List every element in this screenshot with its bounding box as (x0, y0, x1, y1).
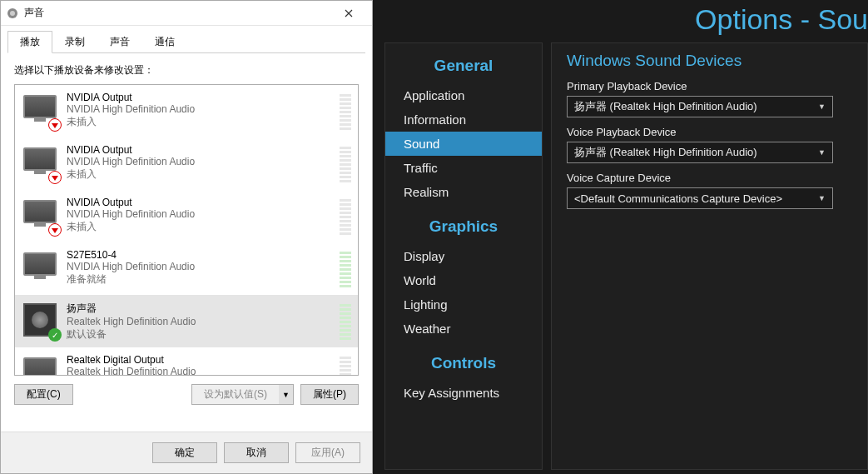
section-header: Graphics (385, 204, 542, 244)
status-badge-icon (48, 223, 62, 237)
device-name: NVIDIA Output (67, 92, 335, 103)
options-main-panel: Windows Sound Devices Primary Playback D… (551, 42, 868, 470)
field-label: Primary Playback Device (567, 80, 852, 92)
monitor-icon (22, 144, 60, 182)
level-meter (340, 146, 351, 182)
nav-item-information[interactable]: Information (385, 107, 542, 132)
monitor-icon (22, 197, 60, 235)
level-meter (340, 356, 351, 376)
titlebar: 声音 (1, 1, 372, 26)
chevron-down-icon[interactable]: ▼ (279, 384, 294, 405)
device-select[interactable]: <Default Communications Capture Device>▼ (567, 187, 833, 209)
device-name: NVIDIA Output (67, 144, 335, 156)
set-default-button[interactable]: 设为默认值(S) ▼ (191, 384, 294, 405)
device-desc: NVIDIA High Definition Audio (67, 103, 335, 115)
apply-button[interactable]: 应用(A) (295, 442, 360, 463)
panel-header: Windows Sound Devices (567, 52, 852, 80)
set-default-label[interactable]: 设为默认值(S) (191, 384, 279, 405)
field-label: Voice Playback Device (567, 126, 852, 138)
level-meter (340, 93, 351, 130)
device-status: 准备就绪 (67, 272, 335, 287)
device-item[interactable]: NVIDIA OutputNVIDIA High Definition Audi… (15, 85, 358, 137)
device-name: 扬声器 (67, 302, 335, 316)
nav-item-display[interactable]: Display (385, 244, 542, 268)
ok-button[interactable]: 确定 (152, 442, 217, 463)
device-desc: Realtek High Definition Audio (67, 316, 335, 327)
tab-通信[interactable]: 通信 (142, 31, 187, 53)
device-item[interactable]: 扬声器Realtek High Definition Audio默认设备 (15, 295, 358, 347)
device-list[interactable]: NVIDIA OutputNVIDIA High Definition Audi… (14, 84, 359, 376)
device-name: Realtek Digital Output (67, 354, 335, 366)
select-value: <Default Communications Capture Device> (574, 192, 782, 205)
tab-录制[interactable]: 录制 (52, 31, 97, 53)
window-title: 声音 (24, 6, 330, 20)
device-item[interactable]: NVIDIA OutputNVIDIA High Definition Audi… (15, 190, 358, 242)
nav-item-sound[interactable]: Sound (385, 132, 542, 156)
cancel-button[interactable]: 取消 (224, 442, 289, 463)
tab-声音[interactable]: 声音 (97, 31, 142, 53)
select-value: 扬声器 (Realtek High Definition Audio) (574, 99, 757, 114)
chevron-down-icon: ▼ (818, 194, 826, 202)
nav-item-key-assignments[interactable]: Key Assignments (385, 381, 542, 405)
device-name: S27E510-4 (67, 249, 335, 261)
chevron-down-icon: ▼ (818, 102, 826, 111)
svg-point-1 (10, 11, 15, 16)
tab-bar: 播放录制声音通信 (1, 26, 372, 53)
status-badge-icon (48, 328, 62, 342)
level-meter (340, 251, 351, 287)
section-header: General (385, 43, 542, 83)
nav-item-weather[interactable]: Weather (385, 317, 542, 341)
select-value: 扬声器 (Realtek High Definition Audio) (574, 145, 757, 160)
device-name: NVIDIA Output (67, 197, 335, 208)
nav-item-traffic[interactable]: Traffic (385, 156, 542, 180)
device-desc: Realtek High Definition Audio (67, 366, 335, 376)
sound-icon (6, 7, 19, 20)
level-meter (340, 198, 351, 235)
chevron-down-icon: ▼ (818, 148, 826, 157)
device-status: 默认设备 (67, 327, 335, 342)
device-status: 未插入 (67, 167, 335, 182)
device-status: 未插入 (67, 115, 335, 129)
status-badge-icon (48, 171, 62, 184)
device-item[interactable]: NVIDIA OutputNVIDIA High Definition Audi… (15, 137, 358, 190)
device-desc: NVIDIA High Definition Audio (67, 156, 335, 167)
nav-item-realism[interactable]: Realism (385, 180, 542, 204)
field-label: Voice Capture Device (567, 172, 852, 184)
device-select[interactable]: 扬声器 (Realtek High Definition Audio)▼ (567, 142, 833, 163)
device-desc: NVIDIA High Definition Audio (67, 208, 335, 220)
nav-item-world[interactable]: World (385, 268, 542, 292)
close-button[interactable] (330, 2, 367, 25)
device-desc: NVIDIA High Definition Audio (67, 261, 335, 272)
button-row: 配置(C) 设为默认值(S) ▼ 属性(P) (14, 376, 359, 405)
level-meter (340, 303, 351, 340)
section-header: Controls (385, 341, 542, 381)
status-badge-icon (48, 118, 62, 132)
instruction-text: 选择以下播放设备来修改设置： (14, 63, 359, 77)
device-select[interactable]: 扬声器 (Realtek High Definition Audio)▼ (567, 96, 833, 117)
options-window: Options - Sou GeneralApplicationInformat… (373, 0, 868, 474)
monitor-icon (22, 249, 60, 287)
nav-item-lighting[interactable]: Lighting (385, 292, 542, 317)
monitor-icon (22, 92, 60, 130)
nav-item-application[interactable]: Application (385, 83, 542, 107)
properties-button[interactable]: 属性(P) (300, 384, 359, 405)
speaker-icon (22, 302, 60, 340)
options-title: Options - Sou (373, 0, 868, 42)
options-sidebar: GeneralApplicationInformationSoundTraffi… (384, 42, 543, 470)
configure-button[interactable]: 配置(C) (14, 384, 73, 405)
device-status: 未插入 (67, 220, 335, 234)
monitor-icon (22, 354, 60, 376)
sound-dialog: 声音 播放录制声音通信 选择以下播放设备来修改设置： NVIDIA Output… (0, 0, 373, 474)
device-item[interactable]: S27E510-4NVIDIA High Definition Audio准备就… (15, 242, 358, 295)
device-item[interactable]: Realtek Digital OutputRealtek High Defin… (15, 347, 358, 376)
tab-body: 选择以下播放设备来修改设置： NVIDIA OutputNVIDIA High … (7, 52, 365, 412)
dialog-footer: 确定 取消 应用(A) (1, 432, 372, 473)
tab-播放[interactable]: 播放 (7, 31, 52, 53)
